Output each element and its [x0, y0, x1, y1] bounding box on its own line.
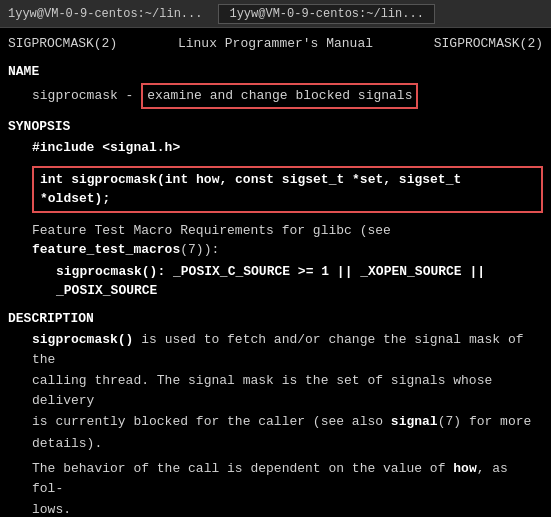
synopsis-section-label: SYNOPSIS [8, 117, 543, 137]
desc-p1-l2: calling thread. The signal mask is the s… [8, 371, 543, 410]
feature-line: Feature Test Macro Requirements for glib… [8, 221, 543, 260]
proto-box: int sigprocmask(int how, const sigset_t … [32, 166, 543, 213]
desc-p1-l1: sigprocmask() is used to fetch and/or ch… [8, 330, 543, 369]
name-line: sigprocmask - examine and change blocked… [8, 83, 543, 109]
terminal-content: SIGPROCMASK(2) Linux Programmer's Manual… [0, 28, 551, 517]
title-bar: 1yyw@VM-0-9-centos:~/lin... 1yyw@VM-0-9-… [0, 0, 551, 28]
desc-p2-l2: lows. [8, 500, 543, 517]
feature-detail: sigprocmask(): _POSIX_C_SOURCE >= 1 || _… [56, 264, 485, 299]
sigprocmask-name: sigprocmask - [32, 88, 141, 103]
include-text: #include <signal.h> [32, 140, 180, 155]
signal-ref: signal [391, 414, 438, 429]
header-left: SIGPROCMASK(2) [8, 34, 117, 54]
feature-detail-line: sigprocmask(): _POSIX_C_SOURCE >= 1 || _… [8, 262, 543, 301]
tab[interactable]: 1yyw@VM-0-9-centos:~/lin... [218, 4, 434, 24]
include-line: #include <signal.h> [8, 138, 543, 158]
man-page-header: SIGPROCMASK(2) Linux Programmer's Manual… [8, 34, 543, 54]
header-center: Linux Programmer's Manual [178, 34, 373, 54]
feature-text-before: Feature Test Macro Requirements for glib… [32, 223, 391, 238]
desc-p1-l4: details). [8, 434, 543, 454]
feature-text-after: (7)): [180, 242, 219, 257]
title-text: 1yyw@VM-0-9-centos:~/lin... [8, 7, 202, 21]
desc-p1-line2: calling thread. The signal mask is the s… [32, 373, 492, 408]
description-section-label: DESCRIPTION [8, 309, 543, 329]
desc-sigprocmask: sigprocmask() [32, 332, 133, 347]
header-right: SIGPROCMASK(2) [434, 34, 543, 54]
desc-p2-l1: The behavior of the call is dependent on… [8, 459, 543, 498]
feature-func: feature_test_macros [32, 242, 180, 257]
name-highlight-box: examine and change blocked signals [141, 83, 418, 109]
desc-p1-l3: is currently blocked for the caller (see… [8, 412, 543, 432]
name-section-label: NAME [8, 62, 543, 82]
how-ref: how [453, 461, 476, 476]
proto-box-wrapper: int sigprocmask(int how, const sigset_t … [8, 162, 543, 217]
